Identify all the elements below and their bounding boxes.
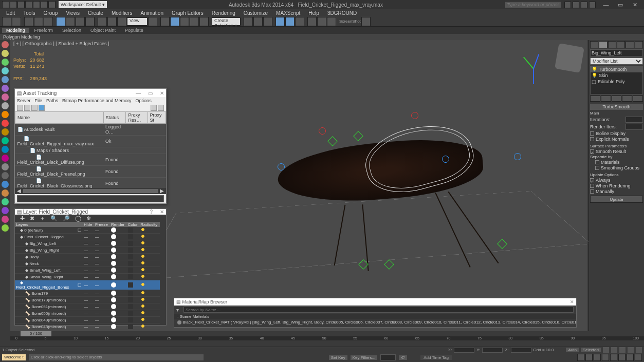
tab-populate[interactable]: Populate [121, 28, 148, 33]
col-status[interactable]: Status [103, 112, 126, 124]
asset-row[interactable]: 📄 Field_Cricket_Black_Fresnel.pngFound [15, 166, 166, 178]
subscription-icon[interactable] [564, 2, 571, 8]
palette-icon[interactable] [2, 59, 9, 66]
auto-key-button[interactable]: Auto [566, 348, 578, 352]
asset-menu-bitmap[interactable]: Bitmap Performance and Memory [62, 98, 132, 103]
curve-editor-button[interactable] [275, 17, 285, 26]
material-browser-window[interactable]: ▤ Material/Map Browser ✕ ▾ - Scene Mater… [174, 298, 577, 328]
axis-gizmo[interactable] [521, 55, 546, 81]
render-iters-input[interactable] [625, 124, 643, 130]
layer-row[interactable]: ◆ Field_Cricket_Rigged_Bones☐—— [15, 280, 160, 290]
app-icon[interactable] [2, 1, 9, 8]
open-icon[interactable] [17, 1, 25, 8]
time-slider[interactable]: 0 / 100 05101520253035404550556065707580… [10, 331, 644, 340]
asset-tracking-window[interactable]: ▤ Asset Tracking —▭✕ Server File Paths B… [14, 88, 167, 204]
menu-modifiers[interactable]: Modifiers [108, 10, 136, 16]
layer-row[interactable]: ◆ Small_Wing_Right—— [15, 274, 160, 280]
pan-icon[interactable] [577, 354, 584, 361]
play-start-icon[interactable] [603, 347, 609, 353]
layer-row[interactable]: 🦴 Bone050(mirrored)—— [15, 310, 160, 317]
remove-modifier-icon[interactable] [622, 96, 632, 102]
spinner-snap-button[interactable] [199, 17, 209, 26]
percent-snap-button[interactable] [190, 17, 199, 26]
layer-row[interactable]: ◆ Big_Wing_Left—— [15, 240, 160, 247]
tab-freeform[interactable]: Freeform [30, 28, 58, 33]
asset-menu-options[interactable]: Options [136, 98, 152, 103]
min-max-icon[interactable] [627, 354, 634, 361]
menu-3dground[interactable]: 3DGROUND [324, 10, 360, 16]
palette-icon[interactable] [2, 172, 9, 179]
always-radio[interactable] [590, 178, 594, 182]
rollup-turbosmooth[interactable]: TurboSmooth [590, 104, 643, 110]
close-button[interactable]: ✕ [570, 299, 574, 304]
snap-button[interactable] [170, 17, 179, 26]
named-selection-dropdown[interactable]: Create Selection ▾ [212, 17, 241, 26]
layer-row[interactable]: ◆ Field_Cricket_Rigged—— [15, 234, 160, 240]
asset-row[interactable]: 📄 Maps / Shaders [15, 147, 166, 154]
menu-group[interactable]: Group [41, 10, 61, 16]
menu-create[interactable]: Create [85, 10, 106, 16]
time-slider-thumb[interactable]: 0 / 100 [21, 331, 51, 336]
asset-row[interactable]: 📄 Autodesk VaultLogged O… [15, 124, 166, 136]
menu-views[interactable]: Views [63, 10, 83, 16]
asset-menu-file[interactable]: File [35, 98, 43, 103]
hide-icon[interactable]: ◯ [75, 215, 81, 222]
asset-row[interactable]: 📄 Field_Cricket_Rigged_max_vray.maxOk [15, 136, 166, 147]
palette-icon[interactable] [2, 93, 9, 101]
menu-grapheditors[interactable]: Graph Editors [169, 10, 207, 16]
update-button[interactable]: Update [590, 196, 643, 203]
redo-button[interactable] [12, 17, 21, 26]
materials-checkbox[interactable] [595, 160, 599, 164]
modifier-stack[interactable]: 💡TurboSmooth 💡Skin ⬚Editable Poly [590, 66, 643, 94]
tab-hierarchy[interactable] [608, 41, 616, 48]
selected-button[interactable]: Selected [581, 348, 601, 352]
orbit-icon[interactable] [610, 354, 617, 361]
show-end-icon[interactable] [601, 96, 611, 102]
tab-modify[interactable] [599, 41, 607, 48]
bind-button[interactable] [44, 17, 53, 26]
palette-icon[interactable] [2, 216, 9, 223]
play-next-icon[interactable] [628, 347, 634, 353]
layer-row[interactable]: 🦴 Bone179(mirrored)—— [15, 297, 160, 303]
link-icon[interactable] [48, 1, 56, 8]
link-button[interactable] [24, 17, 33, 26]
status-icon[interactable] [151, 105, 157, 111]
fov-icon[interactable] [602, 354, 609, 361]
close-button[interactable]: ✕ [160, 209, 164, 215]
layer-row[interactable]: 🦴 Bone179—— [15, 290, 160, 297]
layer-row[interactable]: ◆ Small_Wing_Left—— [15, 267, 160, 274]
rotate-button[interactable] [107, 17, 117, 26]
isoline-checkbox[interactable] [590, 131, 594, 136]
minimize-button[interactable]: — [599, 2, 613, 8]
window-crossing-button[interactable] [85, 17, 95, 26]
select-highlight-icon[interactable]: 🔍 [50, 215, 58, 222]
menu-animation[interactable]: Animation [137, 10, 166, 16]
help-button[interactable]: ? [150, 209, 153, 215]
palette-icon[interactable] [2, 85, 9, 92]
iterations-input[interactable] [625, 117, 643, 123]
undo-button[interactable] [2, 17, 11, 26]
asset-menu-server[interactable]: Server [17, 98, 31, 103]
pin-stack-icon[interactable] [590, 96, 600, 102]
zoom-icon[interactable] [585, 354, 593, 361]
pivot-button[interactable] [148, 17, 157, 26]
layer-table[interactable]: Layers Hide Freeze Render Color Radiosit… [15, 222, 160, 330]
palette-icon[interactable] [2, 67, 9, 74]
maximize-button[interactable]: ▭ [148, 90, 153, 96]
palette-icon[interactable] [2, 181, 9, 188]
new-icon[interactable] [10, 1, 17, 8]
screenshot-button[interactable] [361, 17, 371, 26]
palette-icon[interactable] [2, 50, 9, 57]
layer-row[interactable]: 🦴 Bone048(mirrored)—— [15, 323, 160, 330]
scene-cricket[interactable] [185, 97, 545, 281]
menu-rendering[interactable]: Rendering [209, 10, 238, 16]
y-input[interactable] [482, 348, 503, 353]
unique-icon[interactable] [612, 96, 622, 102]
layers-button[interactable] [263, 17, 272, 26]
workspace-selector[interactable]: Workspace: Default ▾ [59, 1, 107, 8]
layer-row[interactable]: 🦴 Bone051(mirrored)—— [15, 303, 160, 310]
select-button[interactable] [56, 17, 65, 26]
menu-maxscript[interactable]: MAXScript [273, 10, 303, 16]
scroll-right[interactable]: ▶ [160, 188, 164, 194]
nav-icon[interactable] [635, 354, 642, 361]
